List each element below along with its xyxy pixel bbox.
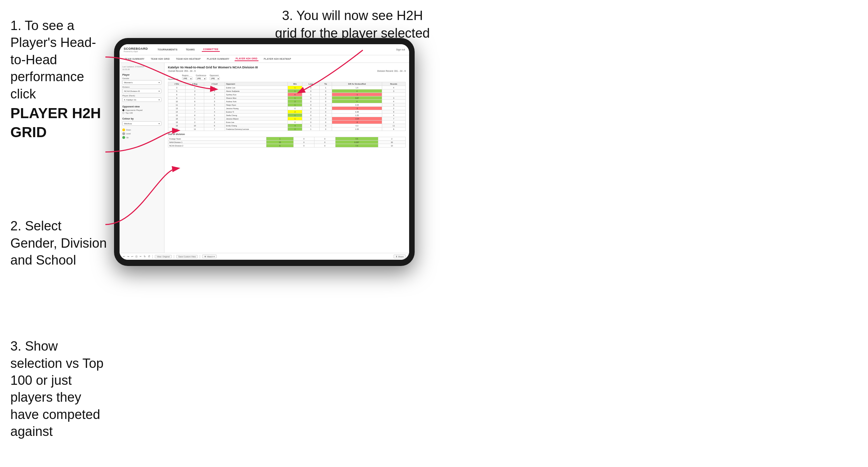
- instruction-step3-right: 3. You will now see H2H grid for the pla…: [270, 7, 435, 42]
- nav-committee[interactable]: COMMITTEE: [202, 47, 220, 52]
- conference-filter-label: Conference: [196, 74, 206, 76]
- col-conf: # Conf: [204, 82, 225, 86]
- region-filter-label: Region: [182, 74, 192, 76]
- col-opponent: Opponent: [225, 82, 288, 86]
- col-diff: Diff Av Strokes/Rnd: [332, 82, 382, 86]
- table-row: 13 1 1 Jessica Huang 0 0 0 -3 2: [168, 107, 406, 110]
- table-row: 3 1 1 Esther Lee 1 0 1 1.5 4: [168, 86, 406, 89]
- tablet-screen: SCOREBOARD Powered by clippd TOURNAMENTS…: [120, 44, 409, 260]
- instruction-step3-left: 3. Show selection vs Top 100 or just pla…: [10, 338, 107, 440]
- sub-nav-player-h2h-heatmap[interactable]: PLAYER H2H HEATMAP: [263, 57, 292, 61]
- toolbar-sep2: [174, 255, 174, 258]
- sub-nav-player-summary[interactable]: PLAYER SUMMARY: [206, 57, 230, 61]
- ood-table-row: NAIA Division 1 15 0 0 9.267 30: [168, 141, 406, 144]
- toolbar-sep1: [152, 255, 153, 258]
- sub-nav-team-summary[interactable]: TEAM SUMMARY: [124, 57, 145, 61]
- sub-navbar: TEAM SUMMARY TEAM H2H GRID TEAM H2H HEAT…: [120, 55, 409, 63]
- sub-nav-team-h2h-grid[interactable]: TEAM H2H GRID: [150, 57, 171, 61]
- conference-dropdown[interactable]: (All) ▾: [196, 77, 206, 80]
- bottom-toolbar: ↩ ↪ ↩ ⊡ ✂ ↻ ⏱ View: Original Save Custom…: [120, 253, 409, 260]
- col-win: Win: [288, 82, 302, 86]
- view-original-btn[interactable]: View: Original: [155, 255, 172, 258]
- crop-icon[interactable]: ⊡: [135, 255, 138, 258]
- share-btn[interactable]: ⬆ Share: [394, 255, 406, 258]
- clock-icon[interactable]: ⏱: [148, 255, 150, 258]
- col-tie: Tie: [319, 82, 332, 86]
- table-row: 15 8 5 Stella Cheng 1 0 0 1.25 4: [168, 114, 406, 117]
- out-of-division-table: Foreign Team 1 0 0 4.5 2 NAIA Division 1…: [168, 137, 406, 147]
- table-row: 5 2 2 Alexis Sudjianto 1 0 0 4 3: [168, 89, 406, 93]
- cut-icon[interactable]: ✂: [140, 255, 142, 258]
- col-loss: Loss: [302, 82, 319, 86]
- save-custom-btn[interactable]: Save Custom View: [176, 255, 198, 258]
- col-div: # Div: [168, 82, 186, 86]
- division-dropdown[interactable]: NCAA Division III ▾: [122, 89, 161, 93]
- instruction-step1-bold: PLAYER H2H GRID: [10, 104, 107, 142]
- radio-opponents-played[interactable]: Opponents Played: [122, 109, 161, 111]
- filters-area: Opponents: Region (All) ▾ Conference (Al…: [168, 74, 406, 80]
- toolbar-sep3: [200, 255, 200, 258]
- player-section-title: Player: [122, 74, 161, 76]
- left-panel: Last Updated: 27/03/2024 16:55:38 Player…: [120, 63, 164, 253]
- color-legend: Down Level Up: [122, 128, 161, 139]
- table-row: 10 6 3 Andrea York 2 0 0 4 4: [168, 100, 406, 103]
- table-row: 20 11 7 Frederica Domecq Lacroze 2 1 0 1…: [168, 127, 406, 131]
- nav-tournaments[interactable]: TOURNAMENTS: [156, 48, 179, 51]
- brand: SCOREBOARD Powered by clippd: [124, 47, 148, 53]
- table-row: 11 2 5 Heejo Hyun 1 0 0 3.33 3: [168, 103, 406, 107]
- sub-nav-player-h2h-grid[interactable]: PLAYER H2H GRID: [235, 57, 258, 61]
- undo-icon[interactable]: ↩: [123, 255, 125, 258]
- out-of-division-section: Out of division: [168, 133, 406, 135]
- page-title: Katelyn Vo Head-to-Head Grid for Women's…: [168, 66, 406, 69]
- brand-title: SCOREBOARD: [124, 47, 148, 50]
- record-row: Overall Record: 353 - 34 - 6 Division Re…: [168, 70, 406, 72]
- undo2-icon[interactable]: ↩: [131, 255, 133, 258]
- colour-by-dropdown[interactable]: Win/loss ▾: [122, 121, 161, 126]
- h2h-table: # Div # Reg # Conf Opponent Win Loss Tie…: [168, 82, 406, 131]
- main-content: Katelyn Vo Head-to-Head Grid for Women's…: [164, 63, 409, 253]
- colour-by-section: Colour by: [122, 117, 161, 120]
- region-dropdown[interactable]: (All) ▾: [182, 77, 192, 80]
- opponent-view-section: Opponent view: [122, 105, 161, 108]
- radio-group: Opponents Played Top 100: [122, 109, 161, 114]
- sub-nav-team-h2h-heatmap[interactable]: TEAM H2H HEATMAP: [175, 57, 202, 61]
- refresh-icon[interactable]: ↻: [144, 255, 146, 258]
- table-row: 16 1 3 Jessica Mason 1 2 0 -0.94 7: [168, 117, 406, 121]
- instruction-step2: 2. Select Gender, Division and School: [10, 218, 107, 269]
- opponents-filter-label: Opponents:: [168, 78, 179, 80]
- table-row: 19 10 6 Emily Chang 4 1 0 0.3 11: [168, 124, 406, 127]
- opponent-dropdown[interactable]: (All) ▾: [210, 77, 220, 80]
- player-rank-dropdown[interactable]: 8. Katelyn Vo ▾: [122, 97, 161, 102]
- col-rounds: Rounds: [382, 82, 405, 86]
- table-row: 18 2 2 Euna Lee 0 0 0 -5 2: [168, 121, 406, 124]
- table-row: 14 7 4 Eunice Yi 2 2 0 0.38 9: [168, 110, 406, 114]
- watch-btn[interactable]: 👁 Watch▾: [202, 255, 217, 258]
- division-label: Division: [122, 86, 161, 88]
- tablet: SCOREBOARD Powered by clippd TOURNAMENTS…: [114, 38, 415, 266]
- gender-dropdown[interactable]: Women's ▾: [122, 80, 161, 85]
- table-row: 9 1 4 Sharon Mun 1 0 0 3.67 3: [168, 96, 406, 100]
- player-rank-label: Player (Rank): [122, 95, 161, 97]
- radio-top100[interactable]: Top 100: [122, 112, 161, 114]
- ood-table-row: Foreign Team 1 0 0 4.5 2: [168, 137, 406, 141]
- content-area: Last Updated: 27/03/2024 16:55:38 Player…: [120, 63, 409, 253]
- ood-table-row: NCAA Division 2 5 0 0 7.4 10: [168, 144, 406, 147]
- brand-subtitle: Powered by clippd: [124, 50, 148, 53]
- col-reg: # Reg: [185, 82, 204, 86]
- nav-sign-out[interactable]: Sign out: [396, 48, 405, 51]
- navbar: SCOREBOARD Powered by clippd TOURNAMENTS…: [120, 44, 409, 55]
- nav-teams[interactable]: TEAMS: [185, 48, 196, 51]
- gender-label: Gender: [122, 77, 161, 79]
- timestamp: Last Updated: 27/03/2024 16:55:38: [122, 66, 161, 71]
- table-row: 6 3 3 Sydney Kuo 0 1 0 -1: [168, 93, 406, 96]
- opponent-filter-label: Opponent: [210, 74, 220, 76]
- redo-icon[interactable]: ↪: [127, 255, 129, 258]
- instruction-step1: 1. To see a Player's Head-to-Head perfor…: [10, 17, 107, 103]
